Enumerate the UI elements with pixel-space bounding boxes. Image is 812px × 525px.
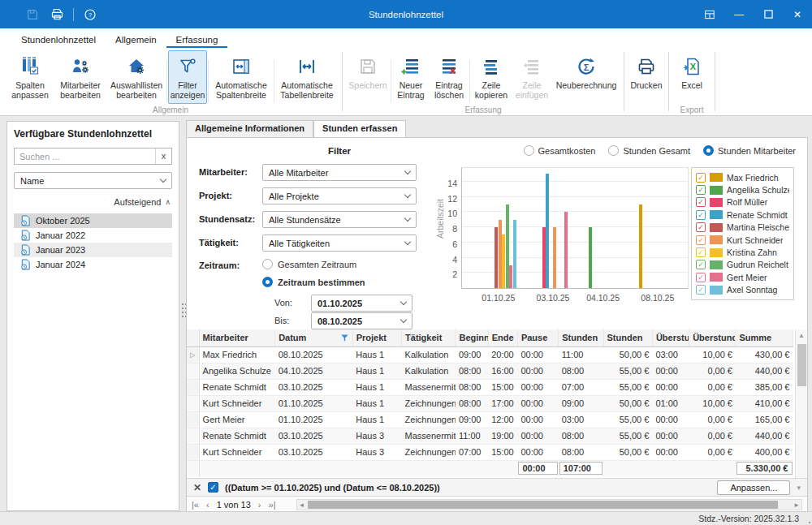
next-page-icon[interactable]: › [258, 500, 261, 510]
table-cell[interactable]: Renate Schmidt [199, 379, 275, 395]
mitarbeiter-bearbeiten-button[interactable]: Mitarbeiter bearbeiten [54, 50, 107, 104]
table-cell[interactable]: 0,00 € [689, 379, 736, 395]
table-cell[interactable]: Haus 3 [352, 428, 401, 444]
legend-checkbox[interactable]: ✓ [696, 260, 706, 269]
legend-checkbox[interactable]: ✓ [696, 285, 706, 295]
table-cell[interactable]: 08:00 [456, 379, 488, 395]
tab-allgemein[interactable]: Allgemein [106, 32, 166, 48]
table-cell[interactable]: Zeichnungen [402, 444, 456, 460]
table-cell[interactable]: 00:00 [652, 411, 689, 428]
scroll-up-icon[interactable]: ▲ [796, 329, 807, 339]
excel-export-button[interactable]: X Excel [672, 50, 711, 104]
search-clear-button[interactable]: x [155, 148, 171, 164]
scrollbar-thumb[interactable] [308, 501, 778, 509]
mitarbeiter-dropdown[interactable]: Alle Mitarbeiter [262, 164, 417, 181]
table-cell[interactable]: Gert Meier [199, 411, 275, 428]
table-cell[interactable]: 12:00 [488, 411, 517, 428]
column-header[interactable]: Summe [736, 329, 793, 346]
automatische-spaltenbreite-button[interactable]: Automatische Spaltenbreite [209, 50, 273, 104]
table-cell[interactable]: 00:00 [652, 379, 689, 395]
table-cell[interactable]: 15:00 [488, 379, 517, 395]
table-cell[interactable]: 00:00 [517, 363, 558, 379]
column-header[interactable]: Beginn [456, 329, 488, 346]
column-header[interactable]: Datum [275, 329, 353, 346]
table-row[interactable]: Kurt Schneider03.10.2025Haus 3Zeichnunge… [187, 444, 793, 460]
table-cell[interactable]: 17:00 [488, 395, 517, 411]
table-cell[interactable]: 00:00 [652, 428, 689, 444]
neuberechnung-button[interactable]: Σ Neuberechnung [552, 50, 620, 104]
gesamtkosten-radio[interactable]: Gesamtkosten [524, 145, 596, 156]
von-date-dropdown[interactable]: 01.10.2025 [311, 295, 412, 312]
table-cell[interactable]: 00:00 [652, 363, 689, 379]
sort-field-dropdown[interactable]: Name [14, 172, 172, 189]
legend-checkbox[interactable]: ✓ [696, 173, 706, 183]
table-cell[interactable]: 00:00 [517, 379, 558, 395]
table-cell[interactable]: 10,00 € [689, 395, 736, 411]
table-cell[interactable]: 55,00 € [603, 428, 652, 444]
stunden-gesamt-radio[interactable]: Stunden Gesamt [608, 145, 690, 156]
legend-checkbox[interactable]: ✓ [696, 235, 706, 245]
tab-stunden-erfassen[interactable]: Stunden erfassen [313, 120, 406, 137]
horizontal-scrollbar[interactable]: ◂ ▸ [296, 499, 802, 510]
table-cell[interactable]: 00:00 [517, 395, 558, 411]
table-cell[interactable]: 08:00 [456, 363, 488, 379]
table-cell[interactable]: 50,00 € [603, 395, 652, 411]
table-cell[interactable]: Renate Schmidt [199, 428, 275, 444]
anpassen-button[interactable]: Anpassen... [717, 480, 790, 495]
scrollbar-thumb[interactable] [797, 344, 806, 386]
search-input[interactable] [15, 152, 155, 161]
resize-grip-icon[interactable] [809, 522, 810, 523]
table-cell[interactable]: 440,00 € [736, 363, 793, 379]
scroll-left-icon[interactable]: ◂ [297, 501, 307, 509]
table-cell[interactable]: 03.10.2025 [275, 444, 353, 460]
table-cell[interactable]: Kalkulation [402, 363, 456, 379]
table-cell[interactable]: 00:00 [517, 428, 558, 444]
table-cell[interactable]: 385,00 € [736, 379, 793, 395]
sidebar-list-item[interactable]: Januar 2022 [14, 228, 172, 243]
minimize-button[interactable]: — [724, 0, 754, 28]
table-cell[interactable]: Kurt Schneider [199, 444, 275, 460]
window-layout-icon[interactable] [695, 0, 724, 28]
table-cell[interactable]: 09:00 [456, 411, 488, 428]
table-row[interactable]: Renate Schmidt03.10.2025Haus 1Massenermi… [187, 379, 793, 395]
column-header[interactable]: Tätigkeit [402, 329, 456, 346]
column-header[interactable]: Stunden [559, 329, 603, 346]
table-cell[interactable]: 11:00 [559, 346, 603, 363]
table-cell[interactable]: 00:00 [517, 346, 558, 363]
stundensatz-dropdown[interactable]: Alle Stundensätze [262, 211, 417, 228]
filter-anzeigen-button[interactable]: Filter anzeigen [168, 50, 207, 104]
table-cell[interactable]: 09:00 [456, 346, 488, 363]
table-cell[interactable]: 00:00 [517, 444, 558, 460]
splitter-handle[interactable] [182, 303, 184, 305]
table-cell[interactable]: Haus 1 [352, 379, 401, 395]
projekt-dropdown[interactable]: Alle Projekte [262, 187, 417, 204]
table-cell[interactable]: 19:00 [488, 428, 517, 444]
eintrag-loeschen-button[interactable]: Eintrag löschen [430, 50, 469, 104]
table-cell[interactable]: 15:00 [488, 444, 517, 460]
table-cell[interactable]: Max Friedrich [199, 346, 275, 363]
table-cell[interactable]: 20:00 [488, 346, 517, 363]
maximize-button[interactable] [754, 0, 783, 28]
zeile-kopieren-button[interactable]: Zeile kopieren [471, 50, 512, 104]
table-cell[interactable]: 04.10.2025 [275, 363, 353, 379]
table-cell[interactable]: 55,00 € [603, 363, 652, 379]
table-cell[interactable]: 440,00 € [736, 428, 793, 444]
filter-enabled-checkbox[interactable]: ✓ [208, 482, 218, 493]
table-cell[interactable]: 165,00 € [736, 411, 793, 428]
table-cell[interactable]: Zeichnungen [402, 411, 456, 428]
table-cell[interactable]: 400,00 € [736, 444, 793, 460]
legend-checkbox[interactable]: ✓ [696, 247, 706, 257]
sidebar-list-item[interactable]: Januar 2024 [14, 257, 172, 272]
table-cell[interactable]: 50,00 € [603, 444, 652, 460]
last-page-icon[interactable]: »| [269, 500, 276, 510]
vertical-scrollbar[interactable]: ▲ [795, 329, 807, 478]
tab-erfassung[interactable]: Erfassung [166, 32, 228, 48]
table-cell[interactable]: 01:00 [652, 395, 689, 411]
table-cell[interactable]: Haus 1 [352, 346, 401, 363]
table-cell[interactable]: 50,00 € [603, 346, 652, 363]
spalten-anpassen-button[interactable]: Spalten anpassen [6, 50, 54, 104]
drucken-button[interactable]: Drucken [628, 50, 665, 104]
stunden-mitarbeiter-radio[interactable]: Stunden Mitarbeiter [703, 145, 796, 156]
column-header[interactable]: Überstu [652, 329, 689, 346]
table-cell[interactable]: 01.10.2025 [275, 395, 353, 411]
